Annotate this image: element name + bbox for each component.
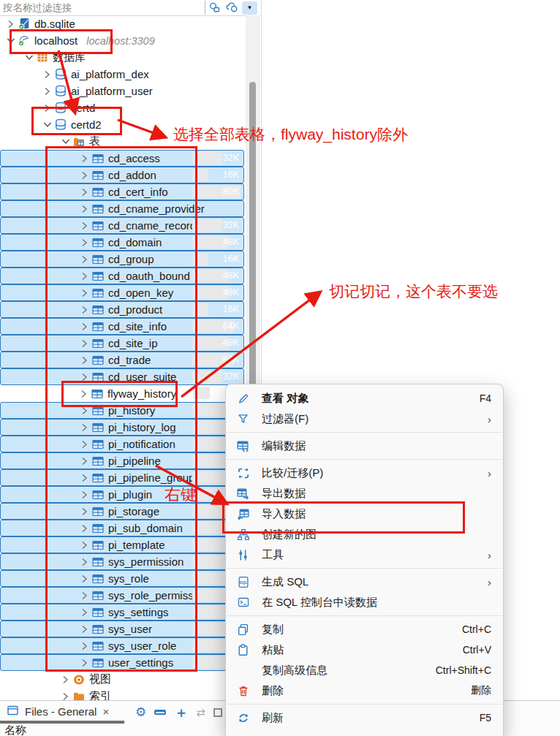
connections-filter-icon[interactable] <box>205 1 223 15</box>
close-icon[interactable]: × <box>102 705 109 718</box>
chevron-right-icon[interactable] <box>78 205 91 213</box>
tree-row-db-certd[interactable]: certd <box>0 99 244 116</box>
tree-row-table-sys-user[interactable]: sys_user <box>0 621 244 637</box>
chevron-right-icon[interactable] <box>41 87 53 96</box>
chevron-right-icon[interactable] <box>78 524 91 533</box>
tree-row-db-sqlite[interactable]: db.sqlite <box>0 15 244 32</box>
chevron-right-icon[interactable] <box>59 675 72 684</box>
chevron-right-icon[interactable] <box>78 339 91 348</box>
tree-row-table-sys-role-permission[interactable]: sys_role_permission <box>0 587 244 604</box>
filter-connections-input[interactable] <box>0 1 205 15</box>
chevron-right-icon[interactable] <box>78 558 91 566</box>
chevron-right-icon[interactable] <box>78 440 91 449</box>
sync-icon[interactable]: ⇄ <box>196 707 205 718</box>
tree-row-table-user-settings[interactable]: user_settings <box>0 654 244 671</box>
chevron-right-icon[interactable] <box>78 659 91 667</box>
tree-row-table-cd-open-key[interactable]: cd_open_key48K <box>0 284 244 301</box>
chevron-right-icon[interactable] <box>41 104 53 113</box>
menu-item-read-data-in-sql-console[interactable]: 在 SQL 控制台中读数据 <box>226 592 503 612</box>
chevron-down-icon[interactable] <box>41 121 53 128</box>
chevron-right-icon[interactable] <box>78 490 91 499</box>
collapse-all-icon[interactable] <box>154 710 166 715</box>
tree-row-table-pi-pipeline[interactable]: pi_pipeline <box>0 452 244 469</box>
tree-row-table-cd-oauth-bound[interactable]: cd_oauth_bound48K <box>0 268 244 284</box>
chevron-right-icon[interactable] <box>41 70 53 79</box>
tree-row-table-flyway-history[interactable]: flyway_history <box>0 385 244 402</box>
tree-row-table-cd-cname-record[interactable]: cd_cname_record32K <box>0 217 244 234</box>
chevron-right-icon[interactable] <box>78 574 91 583</box>
chevron-right-icon[interactable] <box>78 238 91 247</box>
chevron-right-icon[interactable] <box>78 457 91 466</box>
chevron-right-icon[interactable] <box>78 171 91 180</box>
tree-row-table-sys-permission[interactable]: sys_permission <box>0 553 244 570</box>
chevron-right-icon[interactable] <box>59 692 72 701</box>
tree-row-table-cd-domain[interactable]: cd_domain48K <box>0 234 244 251</box>
tree-row-db-ai-platform-dex[interactable]: ai_platform_dex <box>0 66 244 83</box>
tree-row-table-cd-product[interactable]: cd_product16K <box>0 301 244 318</box>
chevron-right-icon[interactable] <box>78 289 91 297</box>
chevron-right-icon[interactable] <box>78 474 91 482</box>
tree-row-table-cd-cert-info[interactable]: cd_cert_info80K <box>0 183 244 200</box>
tree-row-table-pi-pipeline-group[interactable]: pi_pipeline_group <box>0 469 244 486</box>
connection-type-filter-icon[interactable] <box>223 1 241 15</box>
chevron-right-icon[interactable] <box>78 255 91 264</box>
chevron-right-icon[interactable] <box>78 591 91 600</box>
chevron-right-icon[interactable] <box>78 423 91 432</box>
menu-item-create-new-diagram[interactable]: 创建新的图 <box>226 524 503 545</box>
expand-all-icon[interactable]: ＋ <box>174 705 188 719</box>
chevron-right-icon[interactable] <box>78 608 91 617</box>
tree-row-table-sys-settings[interactable]: sys_settings <box>0 604 244 621</box>
tree-row-table-cd-access[interactable]: cd_access32K <box>0 150 244 167</box>
chevron-right-icon[interactable] <box>78 221 91 230</box>
chevron-right-icon[interactable] <box>78 188 91 197</box>
menu-item-copy-advanced-info[interactable]: 复制高级信息Ctrl+Shift+C <box>226 660 503 680</box>
tree-row-table-pi-plugin[interactable]: pi_plugin <box>0 486 244 503</box>
tree-row-table-cd-cname-provider[interactable]: cd_cname_provider <box>0 200 244 217</box>
tree-row-table-cd-trade[interactable]: cd_trade64K <box>0 352 244 368</box>
menu-item-filter[interactable]: 过滤器(F)› <box>226 409 503 429</box>
tree-row-table-pi-sub-domain[interactable]: pi_sub_domain <box>0 520 244 536</box>
chevron-right-icon[interactable] <box>78 507 91 516</box>
chevron-down-icon[interactable] <box>59 138 72 145</box>
menu-item-compare-migrate[interactable]: 比较/迁移(P)› <box>226 463 503 483</box>
tree-row-tables-folder[interactable]: 表 <box>0 133 244 150</box>
chevron-right-icon[interactable] <box>78 373 91 382</box>
tree-row-table-pi-storage[interactable]: pi_storage <box>0 503 244 520</box>
tree-row-table-pi-history-log[interactable]: pi_history_log <box>0 419 244 436</box>
tree-row-table-sys-role[interactable]: sys_role <box>0 570 244 587</box>
menu-item-copy[interactable]: 复制Ctrl+C <box>226 619 503 640</box>
menu-item-edit-data[interactable]: 编辑数据 <box>226 436 503 456</box>
menu-item-export-data[interactable]: 导出数据 <box>226 483 503 504</box>
tree-row-table-cd-site-ip[interactable]: cd_site_ip48K <box>0 335 244 352</box>
tree-row-databases-folder[interactable]: 数据库 <box>0 49 244 66</box>
chevron-down-icon[interactable] <box>23 54 35 61</box>
chevron-right-icon[interactable] <box>78 306 91 314</box>
gear-icon[interactable]: ⚙ <box>135 706 146 718</box>
tree-row-views-folder[interactable]: 视图 <box>0 671 244 688</box>
chevron-right-icon[interactable] <box>78 642 91 650</box>
tree-row-table-pi-template[interactable]: pi_template <box>0 536 244 553</box>
chevron-right-icon[interactable] <box>4 20 17 29</box>
tab-files-general[interactable]: Files - General × <box>0 701 116 722</box>
menu-item-generate-sql[interactable]: SQL生成 SQL› <box>226 572 503 592</box>
menu-item-refresh[interactable]: 刷新F5 <box>226 707 503 728</box>
tree-row-localhost-connection[interactable]: localhostlocalhost:3309 <box>0 32 244 49</box>
chevron-right-icon[interactable] <box>78 356 91 365</box>
chevron-down-icon[interactable] <box>4 37 17 44</box>
chevron-right-icon[interactable] <box>78 541 91 550</box>
tree-row-table-sys-user-role[interactable]: sys_user_role <box>0 637 244 654</box>
menu-item-delete[interactable]: 删除删除 <box>226 680 503 701</box>
overflow-icon[interactable] <box>213 708 222 717</box>
menu-item-tools[interactable]: 工具› <box>226 545 503 565</box>
chevron-right-icon[interactable] <box>78 625 91 634</box>
tree-row-table-cd-addon[interactable]: cd_addon16K <box>0 167 244 183</box>
menu-item-paste[interactable]: 粘贴Ctrl+V <box>226 640 503 660</box>
tree-row-db-certd2[interactable]: certd2 <box>0 116 244 133</box>
menu-item-view-object[interactable]: 查看 对象F4 <box>226 388 503 409</box>
chevron-right-icon[interactable] <box>78 272 91 281</box>
chevron-right-icon[interactable] <box>78 406 91 415</box>
filter-dropdown-button[interactable]: ▼ <box>242 1 257 15</box>
tree-row-table-pi-history[interactable]: pi_history <box>0 402 244 419</box>
chevron-right-icon[interactable] <box>77 390 90 398</box>
tree-row-table-cd-group[interactable]: cd_group16K <box>0 251 244 268</box>
